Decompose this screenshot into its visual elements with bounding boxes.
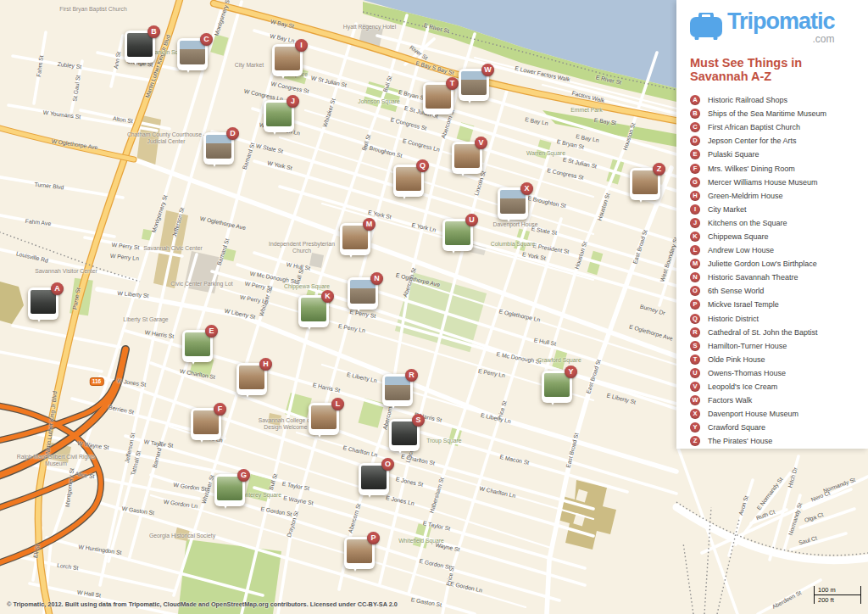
legend-badge: C	[690, 122, 700, 132]
legend-item-Q[interactable]: QHistoric District	[690, 312, 856, 326]
map-marker-W[interactable]: W	[459, 69, 489, 101]
legend-item-T[interactable]: TOlde Pink House	[690, 353, 856, 366]
legend-label: Factors Walk	[708, 396, 752, 405]
marker-letter-badge: V	[475, 137, 487, 149]
marker-letter-badge: U	[465, 214, 478, 226]
legend-badge: X	[690, 409, 700, 419]
legend-label: Mrs. Wilkes' Dining Room	[708, 165, 795, 173]
legend-item-B[interactable]: BShips of the Sea Maritime Museum	[690, 107, 856, 120]
map-marker-L[interactable]: L	[309, 403, 339, 435]
legend-label: Pulaski Square	[708, 150, 760, 159]
marker-letter-badge: D	[226, 127, 239, 140]
map-marker-H[interactable]: H	[236, 363, 267, 395]
marker-photo	[206, 135, 231, 159]
map-marker-A[interactable]: A	[28, 287, 58, 320]
map-marker-O[interactable]: O	[359, 463, 389, 495]
legend-item-V[interactable]: VLeopold's Ice Cream	[690, 380, 856, 394]
map-marker-D[interactable]: D	[203, 132, 234, 165]
marker-photo	[275, 47, 300, 70]
legend-item-F[interactable]: FMrs. Wilkes' Dining Room	[690, 161, 856, 175]
brand-tld: .com	[813, 34, 835, 44]
legend-badge: M	[690, 259, 700, 269]
map-marker-X[interactable]: X	[498, 187, 528, 220]
legend-item-M[interactable]: MJuliette Gordon Low's Birthplace	[690, 257, 856, 271]
marker-letter-badge: K	[321, 290, 334, 303]
marker-photo	[217, 477, 242, 500]
legend-item-I[interactable]: ICity Market	[690, 203, 856, 216]
map-marker-I[interactable]: I	[272, 44, 303, 76]
legend-label: Kitchens on the Square	[708, 219, 787, 227]
map-marker-B[interactable]: B	[125, 31, 155, 63]
map-marker-S[interactable]: S	[389, 419, 420, 451]
legend-label: Jepson Center for the Arts	[708, 137, 797, 145]
map-marker-K[interactable]: K	[298, 295, 329, 327]
legend-item-G[interactable]: GMercer Williams House Museum	[690, 176, 856, 189]
marker-letter-badge: J	[287, 95, 299, 108]
map-marker-Y[interactable]: Y	[542, 371, 572, 403]
legend-badge: A	[690, 95, 700, 105]
map-marker-J[interactable]: J	[264, 100, 294, 132]
legend-label: Mercer Williams House Museum	[708, 178, 818, 187]
legend-item-X[interactable]: XDavenport House Museum	[690, 407, 856, 421]
legend-item-P[interactable]: PMickve Israel Temple	[690, 298, 856, 311]
map-marker-F[interactable]: F	[191, 408, 221, 440]
legend-badge: S	[690, 341, 700, 351]
map-marker-G[interactable]: G	[214, 474, 245, 506]
legend-item-W[interactable]: WFactors Walk	[690, 394, 856, 407]
legend-badge: B	[690, 109, 700, 119]
map-marker-Z[interactable]: Z	[630, 168, 660, 200]
marker-letter-badge: E	[205, 325, 218, 338]
legend-item-N[interactable]: NHistoric Savannah Theatre	[690, 271, 856, 284]
legend-item-S[interactable]: SHamilton-Turner House	[690, 339, 856, 353]
legend-item-Z[interactable]: ZThe Pirates' House	[690, 434, 856, 448]
legend-item-R[interactable]: RCathedral of St. John the Baptist	[690, 326, 856, 339]
marker-photo	[392, 421, 417, 445]
legend-label: Leopold's Ice Cream	[708, 382, 777, 391]
marker-letter-badge: Q	[416, 159, 429, 172]
map-marker-Q[interactable]: Q	[393, 165, 424, 197]
legend-list: AHistoric Railroad ShopsBShips of the Se…	[690, 93, 856, 448]
marker-photo	[385, 377, 410, 400]
marker-letter-badge: Y	[565, 366, 577, 378]
legend-badge: F	[690, 164, 700, 174]
marker-letter-badge: M	[363, 218, 376, 231]
legend-badge: L	[690, 245, 700, 255]
legend-item-D[interactable]: DJepson Center for the Arts	[690, 134, 856, 148]
map-marker-U[interactable]: U	[442, 219, 473, 251]
legend-badge: P	[690, 299, 700, 310]
legend-badge: D	[690, 136, 700, 146]
legend-badge: W	[690, 395, 700, 405]
legend-item-Y[interactable]: YCrawford Square	[690, 421, 856, 434]
marker-letter-badge: I	[295, 39, 308, 52]
legend-item-A[interactable]: AHistoric Railroad Shops	[690, 93, 856, 107]
legend-item-K[interactable]: KChippewa Square	[690, 230, 856, 243]
legend-item-U[interactable]: UOwens-Thomas House	[690, 366, 856, 380]
legend-item-J[interactable]: JKitchens on the Square	[690, 216, 856, 230]
legend-label: City Market	[708, 205, 747, 214]
map-marker-T[interactable]: T	[423, 82, 453, 114]
marker-photo	[127, 33, 153, 57]
marker-letter-badge: L	[331, 398, 344, 410]
map-marker-C[interactable]: C	[177, 38, 208, 70]
map-marker-P[interactable]: P	[344, 537, 375, 569]
marker-photo	[361, 466, 387, 489]
map-marker-M[interactable]: M	[340, 223, 370, 255]
marker-letter-badge: X	[520, 182, 533, 195]
legend-item-L[interactable]: LAndrew Low House	[690, 243, 856, 257]
legend-label: Cathedral of St. John the Baptist	[708, 328, 818, 337]
marker-letter-badge: C	[200, 33, 213, 46]
map-marker-R[interactable]: R	[382, 374, 413, 406]
legend-badge: T	[690, 354, 700, 365]
legend-label: Hamilton-Turner House	[708, 342, 787, 350]
route-116-shield: 116	[90, 377, 104, 386]
map-marker-E[interactable]: E	[182, 330, 213, 362]
legend-item-O[interactable]: O6th Sense World	[690, 284, 856, 298]
map-marker-N[interactable]: N	[348, 277, 378, 310]
map-marker-V[interactable]: V	[452, 142, 482, 174]
legend-item-H[interactable]: HGreen-Meldrim House	[690, 189, 856, 203]
legend-label: 6th Sense World	[708, 287, 764, 295]
legend-item-C[interactable]: CFirst African Baptist Church	[690, 120, 856, 134]
marker-letter-badge: H	[259, 358, 272, 371]
legend-badge: J	[690, 218, 700, 228]
legend-item-E[interactable]: EPulaski Square	[690, 148, 856, 161]
